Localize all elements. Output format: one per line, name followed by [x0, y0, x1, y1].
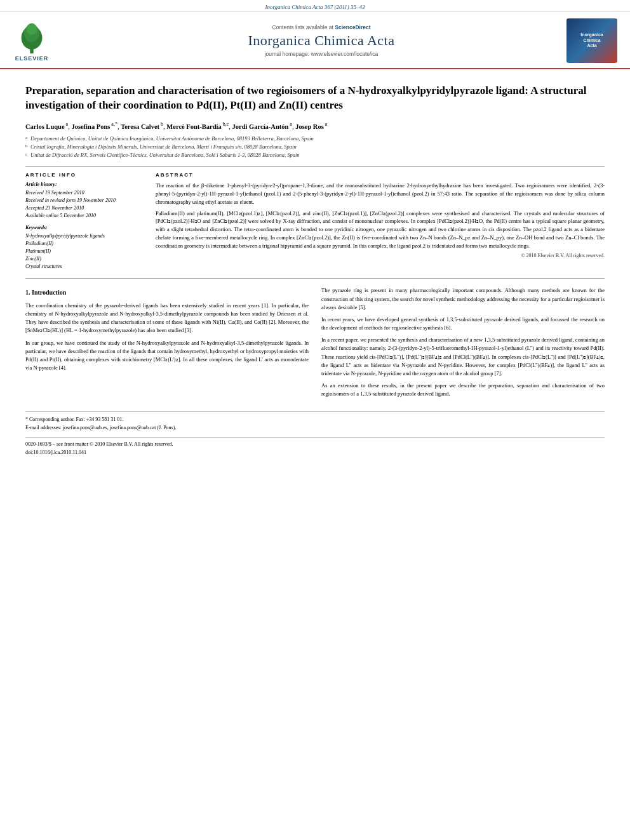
abstract-text: The reaction of the β-diketone 1-phenyl-… [156, 182, 605, 250]
article-history: Article history: Received 19 September 2… [25, 182, 143, 220]
journal-citation-bar: Inorganica Chimica Acta 367 (2011) 35–43 [0, 0, 630, 12]
intro-para-1: The coordination chemistry of the pyrazo… [25, 302, 309, 335]
svg-point-3 [27, 23, 37, 34]
author-josep-ros: Josep Ros [295, 123, 324, 130]
affiliation-b: b Cristal·lografia, Mineralogia i Dipòsi… [25, 143, 605, 151]
intro-para-4: In recent years, we have developed gener… [321, 316, 605, 332]
keywords-section: Keywords: N-hydroxyalkylpyridylpyrazole … [25, 225, 143, 270]
author-teresa-calvet: Teresa Calvet [121, 123, 159, 130]
keyword-1: N-hydroxyalkylpyridylpyrazole ligands [25, 232, 143, 240]
email-note: E-mail addresses: josefina.pons@uab.es, … [25, 424, 605, 432]
journal-header: ELSEVIER Contents lists available at Sci… [0, 12, 630, 69]
elsevier-tree-icon [13, 20, 51, 55]
abstract-para-1: The reaction of the β-diketone 1-phenyl-… [156, 182, 605, 206]
journal-logo-title: InorganicaChimicaActa [580, 32, 603, 48]
keyword-5: Crystal structures [25, 263, 143, 270]
author-josefina-pons: Josefina Pons [71, 123, 110, 130]
keyword-4: Zinc(II) [25, 255, 143, 263]
author-jordi-garcia-anton: Jordi García-Antón [232, 123, 289, 130]
copyright: © 2010 Elsevier B.V. All rights reserved… [156, 253, 605, 258]
abstract-label: ABSTRACT [156, 172, 605, 178]
author-merce-font-bardia: Mercè Font-Bardia [166, 123, 221, 130]
keywords-title: Keywords: [25, 225, 143, 230]
journal-citation: Inorganica Chimica Acta 367 (2011) 35–43 [265, 4, 365, 10]
issn-note: 0020-1693/$ – see front matter © 2010 El… [25, 441, 605, 449]
history-title: Article history: [25, 182, 143, 187]
body-content: 1. Introduction The coordination chemist… [25, 286, 605, 402]
authors-line: Carlos Luque a, Josefina Pons a,*, Teres… [25, 121, 605, 131]
elsevier-logo-area: ELSEVIER [13, 20, 89, 62]
journal-logo-right: InorganicaChimicaActa [554, 18, 617, 63]
journal-title: Inorganica Chimica Acta [89, 32, 554, 49]
footer-notes: * Corresponding author. Fax: +34 93 581 … [25, 411, 605, 457]
history-accepted: Accepted 23 November 2010 [25, 204, 143, 212]
abstract-col: ABSTRACT The reaction of the β-diketone … [156, 172, 605, 270]
doi-note: doi:10.1016/j.ica.2010.11.041 [25, 449, 605, 457]
elsevier-logo: ELSEVIER [13, 20, 51, 62]
intro-para-5: In a recent paper, we presented the synt… [321, 336, 605, 378]
body-left-col: 1. Introduction The coordination chemist… [25, 286, 309, 402]
article-info-label: ARTICLE INFO [25, 172, 143, 178]
affiliation-a: a Departament de Química, Unitat de Quím… [25, 135, 605, 143]
history-received: Received 19 September 2010 [25, 189, 143, 197]
intro-title: 1. Introduction [25, 288, 309, 298]
elsevier-text: ELSEVIER [15, 55, 49, 62]
body-divider [25, 278, 605, 279]
keyword-2: Palladium(II) [25, 240, 143, 248]
history-revised: Received in revised form 19 November 201… [25, 197, 143, 204]
page-wrapper: Inorganica Chimica Acta 367 (2011) 35–43… [0, 0, 630, 467]
article-info-col: ARTICLE INFO Article history: Received 1… [25, 172, 143, 270]
journal-logo-box: InorganicaChimicaActa [566, 18, 617, 63]
intro-para-2: In our group, we have continued the stud… [25, 339, 309, 373]
affiliation-c: c Unitat de Difracció de RX, Serveis Cie… [25, 151, 605, 159]
article-title: Preparation, separation and characterisa… [25, 84, 605, 113]
sciencedirect-link[interactable]: ScienceDirect [335, 24, 370, 30]
history-available: Available online 5 December 2010 [25, 212, 143, 220]
keyword-3: Platinum(II) [25, 248, 143, 255]
author-carlos-luque: Carlos Luque [25, 123, 65, 130]
intro-para-6: As an extension to these results, in the… [321, 382, 605, 398]
journal-header-center: Contents lists available at ScienceDirec… [89, 24, 554, 57]
sciencedirect-line: Contents lists available at ScienceDirec… [89, 24, 554, 30]
abstract-para-2: Palladium(II) and platinum(II), [MCl₂(pz… [156, 210, 605, 250]
main-content: Preparation, separation and characterisa… [0, 69, 630, 467]
journal-homepage: journal homepage: www.elsevier.com/locat… [89, 51, 554, 57]
corresponding-author-note: * Corresponding author. Fax: +34 93 581 … [25, 416, 605, 424]
intro-para-3: The pyrazole ring is present in many pha… [321, 286, 605, 312]
affiliations: a Departament de Química, Unitat de Quím… [25, 135, 605, 159]
body-right-col: The pyrazole ring is present in many pha… [321, 286, 605, 402]
article-info-abstract: ARTICLE INFO Article history: Received 1… [25, 166, 605, 270]
